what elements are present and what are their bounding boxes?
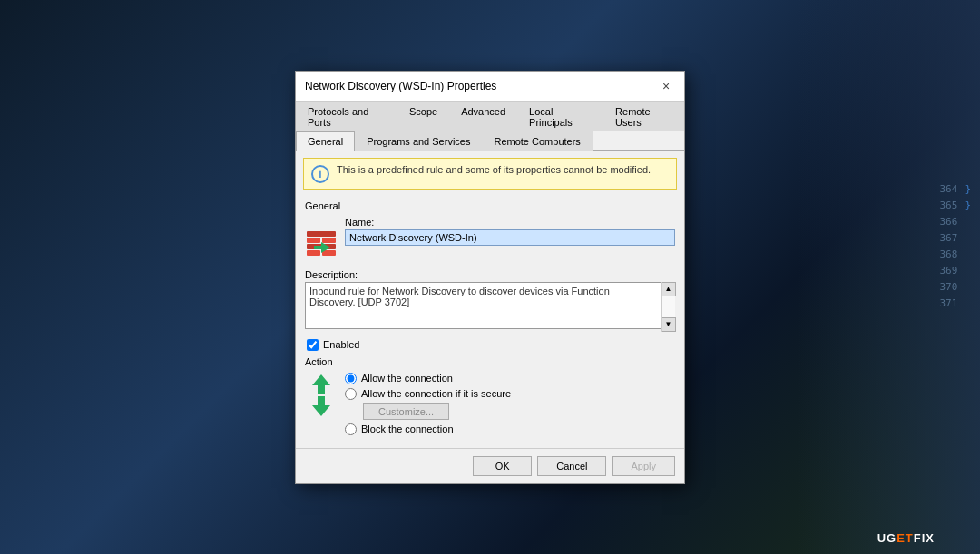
tab-protocols-and-ports[interactable]: Protocols and Ports	[296, 102, 397, 131]
allow-secure-radio[interactable]	[345, 388, 357, 400]
svg-rect-2	[322, 238, 336, 243]
ok-button[interactable]: OK	[473, 456, 532, 476]
scroll-down-button[interactable]: ▼	[662, 317, 676, 332]
tab-advanced[interactable]: Advanced	[449, 102, 517, 131]
name-label: Name:	[345, 217, 675, 228]
info-banner: i This is a predefined rule and some of …	[303, 158, 677, 190]
tabs-row-1: Protocols and Ports Scope Advanced Local…	[296, 102, 684, 131]
tab-general[interactable]: General	[296, 131, 355, 151]
allow-connection-label: Allow the connection	[361, 373, 453, 384]
cancel-button[interactable]: Cancel	[537, 456, 606, 476]
customize-button[interactable]: Customize...	[363, 403, 449, 420]
block-connection-row: Block the connection	[345, 423, 675, 435]
block-connection-label: Block the connection	[361, 423, 454, 434]
enabled-label: Enabled	[323, 339, 359, 350]
action-row: Allow the connection Allow the connectio…	[305, 373, 675, 439]
action-icon	[305, 373, 338, 418]
tab-programs-and-services[interactable]: Programs and Services	[355, 131, 482, 151]
title-bar: Network Discovery (WSD-In) Properties ×	[296, 72, 684, 102]
firewall-icon	[305, 229, 338, 262]
brand-label: UGETFIX	[877, 531, 935, 545]
info-banner-text: This is a predefined rule and some of it…	[337, 164, 651, 175]
description-group: Description: Inbound rule for Network Di…	[305, 269, 675, 332]
description-textarea-wrap: Inbound rule for Network Discovery to di…	[305, 282, 675, 332]
name-row: Name:	[305, 217, 675, 262]
dialog-footer: OK Cancel Apply	[296, 448, 684, 483]
svg-rect-0	[307, 231, 336, 237]
description-scrollbar[interactable]: ▲ ▼	[661, 282, 675, 332]
tab-remote-users[interactable]: Remote Users	[603, 102, 684, 131]
block-connection-radio[interactable]	[345, 423, 357, 435]
tab-remote-computers[interactable]: Remote Computers	[482, 131, 592, 151]
enabled-checkbox[interactable]	[307, 339, 318, 351]
allow-secure-row: Allow the connection if it is secure	[345, 388, 675, 400]
allow-secure-label: Allow the connection if it is secure	[361, 388, 511, 399]
action-section-label: Action	[305, 356, 675, 367]
scroll-up-button[interactable]: ▲	[662, 282, 676, 296]
info-icon: i	[311, 165, 329, 183]
dialog-content: General Name: Description:	[296, 197, 684, 448]
tab-scope[interactable]: Scope	[397, 102, 449, 131]
svg-rect-4	[307, 250, 320, 256]
tabs-row-2: General Programs and Services Remote Com…	[296, 131, 684, 151]
close-button[interactable]: ×	[657, 77, 675, 95]
name-field-group: Name:	[345, 217, 675, 246]
svg-rect-1	[307, 238, 320, 243]
background-code-lines: 364} 365} 366 367 368 369 370 371	[940, 181, 972, 312]
radio-group: Allow the connection Allow the connectio…	[345, 373, 675, 439]
name-input[interactable]	[345, 229, 675, 246]
allow-connection-row: Allow the connection	[345, 373, 675, 384]
description-textarea[interactable]: Inbound rule for Network Discovery to di…	[305, 282, 675, 329]
dialog-title: Network Discovery (WSD-In) Properties	[305, 80, 496, 92]
general-section-label: General	[305, 200, 675, 211]
enabled-checkbox-row: Enabled	[307, 339, 675, 351]
tab-local-principals[interactable]: Local Principals	[517, 102, 603, 131]
scroll-track	[662, 296, 675, 317]
apply-button[interactable]: Apply	[612, 456, 675, 476]
description-label: Description:	[305, 269, 675, 280]
properties-dialog: Network Discovery (WSD-In) Properties × …	[295, 71, 685, 484]
allow-connection-radio[interactable]	[345, 373, 357, 384]
